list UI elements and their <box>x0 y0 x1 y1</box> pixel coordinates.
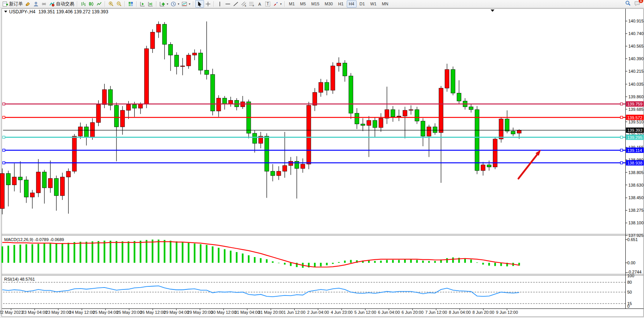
paint-bucket-icon <box>25 1 31 7</box>
price-tick-label: 140.915 <box>628 19 644 23</box>
periods-button[interactable]: ▾ <box>169 0 180 7</box>
autotrade-label: 自动交易 <box>56 1 74 7</box>
macd-histogram-bar <box>224 249 225 263</box>
indicators-button[interactable]: ▾ <box>158 0 169 7</box>
profile-icon <box>33 1 39 7</box>
price-tick-label: 140.035 <box>628 82 644 86</box>
timeframe-m30[interactable]: M30 <box>322 0 335 8</box>
date-tick-label: 1 Jun 12:00 <box>284 310 306 315</box>
date-tick-label: 23 May 20:00 <box>46 310 71 315</box>
profile-button[interactable] <box>32 0 40 7</box>
arrows-tool-button[interactable]: ▾ <box>272 0 283 7</box>
date-tick-label: 2 Jun 04:00 <box>307 310 329 315</box>
date-tick-label: 23 May 04:00 <box>22 310 48 315</box>
candlestick-icon <box>88 1 94 7</box>
arrows-dropdown-caret[interactable]: ▾ <box>280 2 282 6</box>
candle-body <box>72 136 77 171</box>
timeframe-h4[interactable]: H4 <box>347 0 357 8</box>
candle-body <box>66 171 70 177</box>
macd-histogram-bar <box>110 241 111 263</box>
timeframe-h1[interactable]: H1 <box>336 0 346 8</box>
templates-dropdown-caret[interactable]: ▾ <box>189 2 190 6</box>
line-handle[interactable] <box>3 149 5 151</box>
bar-chart-button[interactable] <box>79 0 87 7</box>
date-tick-label: 29 May 04:00 <box>164 310 189 315</box>
line-chart-button[interactable] <box>95 0 103 7</box>
text-label-tool-button[interactable]: T <box>264 0 272 7</box>
vertical-line-tool-button[interactable] <box>216 0 224 7</box>
macd-histogram-bar <box>122 241 123 263</box>
text-tool-button[interactable]: A <box>256 0 264 7</box>
notification-badge: 1 <box>639 0 643 3</box>
timeframe-w1[interactable]: W1 <box>368 0 379 8</box>
macd-histogram-bar <box>13 245 15 263</box>
timeframe-m5[interactable]: M5 <box>298 0 308 8</box>
timeframe-d1[interactable]: D1 <box>357 0 367 8</box>
candle-body <box>18 177 22 180</box>
macd-histogram-bar <box>134 241 135 263</box>
line-handle[interactable] <box>620 116 623 118</box>
macd-histogram-bar <box>62 243 63 263</box>
macd-histogram-bar <box>368 260 370 263</box>
line-handle[interactable] <box>620 103 623 105</box>
candle-body <box>48 179 53 188</box>
macd-histogram-bar <box>416 260 418 263</box>
candlestick-button[interactable] <box>87 0 95 7</box>
price-line-label: 139.114 <box>627 148 642 153</box>
candle-body <box>0 173 5 208</box>
line-handle[interactable] <box>620 162 623 164</box>
chart-shift-button[interactable] <box>147 0 155 7</box>
bar-chart-icon <box>80 1 86 7</box>
macd-histogram-bar <box>212 246 213 263</box>
macd-histogram-bar <box>86 242 87 263</box>
zoom-out-button[interactable] <box>115 0 123 7</box>
candle-body <box>307 105 311 164</box>
candle-body <box>319 82 323 92</box>
price-tick-label: 139.510 <box>628 120 644 124</box>
candle-body <box>517 130 521 133</box>
macd-histogram-bar <box>386 260 387 263</box>
fibonacci-tool-button[interactable]: F <box>248 0 256 7</box>
candle-body <box>511 131 515 134</box>
indicators-dropdown-caret[interactable]: ▾ <box>167 2 168 6</box>
new-order-icon <box>2 1 8 7</box>
crosshair-tool-button[interactable] <box>204 0 212 7</box>
macd-histogram-bar <box>176 241 177 263</box>
line-handle[interactable] <box>620 149 623 151</box>
templates-button[interactable]: ▾ <box>180 0 191 7</box>
trendline-tool-button[interactable] <box>232 0 240 7</box>
timeframe-m15[interactable]: M15 <box>309 0 322 8</box>
candle-body <box>6 173 10 185</box>
zoom-in-button[interactable] <box>107 0 115 7</box>
line-handle[interactable] <box>3 103 5 105</box>
candle-body <box>343 63 347 76</box>
new-order-button[interactable]: 新订单 <box>1 0 24 7</box>
line-handle[interactable] <box>3 116 5 118</box>
date-tick-label: 9 Jun 12:00 <box>496 310 518 315</box>
date-tick-label: 4 Jun 23:00 <box>331 310 353 315</box>
search-icon[interactable] <box>625 0 631 8</box>
auto-scroll-button[interactable] <box>139 0 147 7</box>
channel-tool-button[interactable]: E <box>240 0 248 7</box>
styler-button[interactable] <box>24 0 32 7</box>
cursor-tool-button[interactable] <box>195 0 204 8</box>
candle-body <box>102 89 107 105</box>
line-handle[interactable] <box>3 162 5 164</box>
candle-body <box>150 32 155 48</box>
macd-histogram-bar <box>380 260 382 263</box>
candle-body <box>295 161 299 168</box>
tile-windows-button[interactable] <box>127 0 135 7</box>
price-tick-label: 138.630 <box>628 183 644 187</box>
candle-body <box>223 98 227 104</box>
notifications-button[interactable]: 1 <box>634 0 641 7</box>
periods-dropdown-caret[interactable]: ▾ <box>178 2 179 6</box>
autotrade-button[interactable]: 自动交易 <box>48 0 75 7</box>
svg-text:A: A <box>258 2 261 6</box>
timeframe-m1[interactable]: M1 <box>287 0 297 8</box>
candle-body <box>391 110 395 117</box>
line-handle[interactable] <box>3 136 5 138</box>
line-handle[interactable] <box>620 136 623 138</box>
timeframe-mn[interactable]: MN <box>379 0 391 8</box>
horizontal-line-tool-button[interactable] <box>224 0 232 7</box>
signal-button[interactable] <box>40 0 48 7</box>
